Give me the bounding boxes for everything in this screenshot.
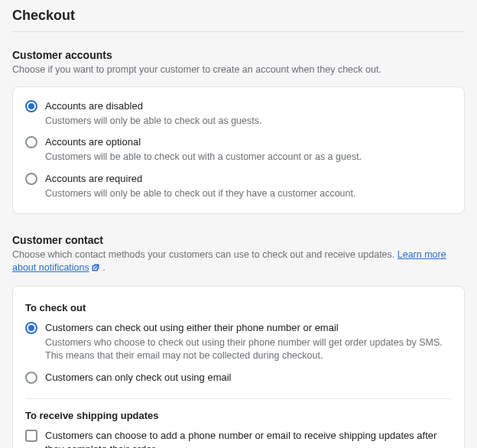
customer-accounts-desc: Choose if you want to prompt your custom… <box>12 63 465 77</box>
option-sub: Customers will only be able to check out… <box>45 187 452 201</box>
radio-icon[interactable] <box>25 136 37 148</box>
shipping-updates-heading: To receive shipping updates <box>25 410 452 421</box>
shipping-updates-section: To receive shipping updates Customers ca… <box>25 398 452 448</box>
page-title: Checkout <box>12 8 465 32</box>
checkout-option-email-only[interactable]: Customers can only check out using email <box>25 371 452 385</box>
accounts-option-disabled[interactable]: Accounts are disabled Customers will onl… <box>25 99 452 128</box>
customer-contact-desc: Choose which contact methods your custom… <box>12 248 465 277</box>
radio-icon[interactable] <box>25 372 37 384</box>
accounts-option-required[interactable]: Accounts are required Customers will onl… <box>25 172 452 201</box>
radio-icon[interactable] <box>25 322 37 334</box>
accounts-option-optional[interactable]: Accounts are optional Customers will be … <box>25 135 452 164</box>
radio-icon[interactable] <box>25 173 37 185</box>
option-label[interactable]: Accounts are disabled <box>45 99 452 113</box>
to-check-out-section: To check out Customers can check out usi… <box>25 299 452 388</box>
customer-contact-header: Customer contact Choose which contact me… <box>12 234 465 277</box>
checkbox-icon[interactable] <box>25 430 37 442</box>
to-check-out-heading: To check out <box>25 302 452 313</box>
option-sub: Customers will only be able to check out… <box>45 115 452 128</box>
customer-accounts-card: Accounts are disabled Customers will onl… <box>12 86 465 214</box>
contact-desc-prefix: Choose which contact methods your custom… <box>12 249 398 260</box>
option-label[interactable]: Customers can check out using either the… <box>45 321 452 335</box>
contact-desc-suffix: . <box>100 262 105 273</box>
customer-contact-card: To check out Customers can check out usi… <box>12 286 465 448</box>
option-sub: Customers will be able to check out with… <box>45 151 452 164</box>
option-label[interactable]: Accounts are optional <box>45 135 452 149</box>
radio-icon[interactable] <box>25 100 37 112</box>
option-sub: Customers who choose to check out using … <box>45 336 452 363</box>
customer-accounts-header: Customer accounts Choose if you want to … <box>12 49 465 77</box>
option-label[interactable]: Customers can choose to add a phone numb… <box>45 429 452 448</box>
checkout-option-phone-or-email[interactable]: Customers can check out using either the… <box>25 321 452 363</box>
customer-accounts-title: Customer accounts <box>12 49 465 61</box>
shipping-option-add-contact[interactable]: Customers can choose to add a phone numb… <box>25 429 452 448</box>
external-link-icon <box>91 263 100 277</box>
option-label[interactable]: Accounts are required <box>45 172 452 186</box>
customer-contact-title: Customer contact <box>12 234 465 246</box>
option-label[interactable]: Customers can only check out using email <box>45 371 452 385</box>
